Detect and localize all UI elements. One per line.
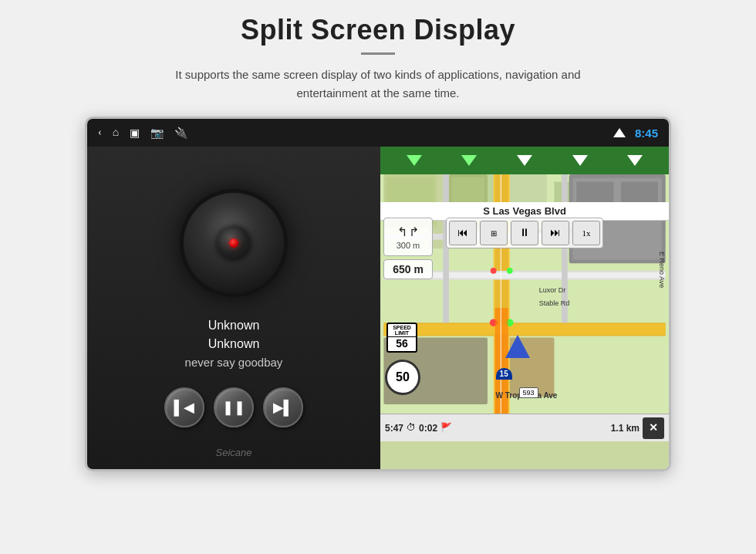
route-icon: 🚩 bbox=[440, 422, 452, 434]
map-label-reno: E Reno Ave bbox=[658, 252, 666, 288]
status-time: 8:45 bbox=[635, 127, 658, 140]
close-icon: ✕ bbox=[649, 421, 658, 434]
nav-overlay: ↰ ↱ 300 m 650 m bbox=[383, 218, 433, 279]
nav-bottom-bar: 5:47 ⏱ 0:02 🚩 1.1 km ✕ bbox=[380, 414, 669, 441]
map-prev-icon: ⏮ bbox=[457, 227, 468, 239]
prev-icon: ▌◀ bbox=[174, 400, 195, 414]
music-controls: ▌◀ ❚❚ ▶▌ bbox=[164, 387, 303, 427]
status-bar: ‹ ⌂ ▣ 📷 🔌 8:45 bbox=[87, 119, 669, 147]
map-label-stable: Stable Rd bbox=[539, 299, 570, 307]
nav-close-button[interactable]: ✕ bbox=[643, 417, 664, 439]
status-right: 8:45 bbox=[613, 127, 658, 140]
triangle-icon bbox=[613, 128, 626, 137]
speed-limit-value: 56 bbox=[388, 337, 416, 350]
nav-distance: 1.1 km bbox=[611, 423, 640, 434]
map-pause-button[interactable]: ⏸ bbox=[511, 221, 538, 245]
media-controls-overlay: ⏮ ⊞ ⏸ ⏭ 1x bbox=[446, 218, 603, 248]
map-menu-button[interactable]: ⊞ bbox=[480, 221, 508, 245]
page-title: Split Screen Display bbox=[241, 14, 515, 46]
photo-icon[interactable]: 📷 bbox=[150, 127, 164, 140]
usb-icon[interactable]: 🔌 bbox=[174, 127, 187, 140]
tropicana-badge: 593 bbox=[519, 387, 538, 398]
turn-left-icon: ↰ bbox=[397, 225, 407, 239]
back-icon[interactable]: ‹ bbox=[98, 127, 102, 139]
split-content: Unknown Unknown never say goodbay ▌◀ ❚❚ … bbox=[87, 147, 669, 469]
album-art-inner bbox=[217, 226, 251, 260]
speed-icon: 1x bbox=[582, 228, 591, 238]
map-speed-button[interactable]: 1x bbox=[572, 221, 600, 245]
page-container: Split Screen Display It supports the sam… bbox=[0, 0, 756, 554]
pause-icon: ❚❚ bbox=[222, 400, 245, 414]
svg-point-27 bbox=[491, 268, 497, 274]
svg-point-28 bbox=[507, 268, 513, 274]
nav-arrow-1 bbox=[407, 155, 422, 166]
map-next-icon: ⏭ bbox=[550, 227, 561, 239]
nav-arrow-4 bbox=[572, 155, 588, 166]
next-icon: ▶▌ bbox=[273, 400, 294, 414]
prev-button[interactable]: ▌◀ bbox=[164, 387, 204, 427]
home-icon[interactable]: ⌂ bbox=[113, 127, 119, 139]
nav-header bbox=[380, 147, 669, 174]
speed-limit-sign: SPEEDLIMIT 56 bbox=[386, 323, 417, 353]
song-artist: Unknown bbox=[185, 337, 283, 351]
song-name: never say goodbay bbox=[185, 356, 283, 369]
album-art bbox=[180, 189, 288, 297]
nav-panel: S Las Vegas Blvd ↰ ↱ 300 m 650 m bbox=[380, 147, 669, 469]
speed-circle: 50 bbox=[385, 360, 420, 395]
recent-icon[interactable]: ▣ bbox=[130, 127, 140, 140]
svg-rect-9 bbox=[383, 324, 665, 334]
interstate-badge: 15 bbox=[496, 368, 512, 380]
distance-label: 650 m bbox=[383, 259, 433, 279]
clock-icon: ⏱ bbox=[407, 422, 416, 434]
album-art-dot bbox=[229, 238, 238, 248]
nav-elapsed: 0:02 bbox=[419, 423, 437, 434]
nav-arrow-3 bbox=[517, 155, 532, 166]
speed-limit-label: SPEEDLIMIT bbox=[388, 324, 416, 337]
page-subtitle: It supports the same screen display of t… bbox=[162, 66, 594, 103]
music-panel: Unknown Unknown never say goodbay ▌◀ ❚❚ … bbox=[87, 147, 380, 469]
map-label-luxor: Luxor Dr bbox=[539, 286, 566, 294]
map-prev-button[interactable]: ⏮ bbox=[449, 221, 477, 245]
nav-arrow-5 bbox=[627, 155, 643, 166]
turn-arrows: ↰ ↱ bbox=[397, 225, 419, 239]
status-icons: ‹ ⌂ ▣ 📷 🔌 bbox=[98, 127, 187, 140]
next-button[interactable]: ▶▌ bbox=[263, 387, 303, 427]
nav-position-arrow bbox=[505, 335, 530, 358]
device-frame: ‹ ⌂ ▣ 📷 🔌 8:45 bbox=[85, 117, 671, 471]
watermark: Seicane bbox=[216, 447, 252, 458]
map-menu-icon: ⊞ bbox=[491, 229, 497, 238]
map-next-button[interactable]: ⏭ bbox=[542, 221, 569, 245]
svg-rect-13 bbox=[443, 174, 449, 323]
turn-right-icon: ↱ bbox=[409, 225, 419, 239]
turn-distance: 300 m bbox=[397, 241, 420, 250]
current-speed: 50 bbox=[396, 370, 410, 384]
song-title: Unknown bbox=[185, 319, 283, 333]
title-divider bbox=[361, 52, 395, 55]
nav-arrow-2 bbox=[461, 155, 477, 166]
turn-box: ↰ ↱ 300 m bbox=[383, 218, 433, 256]
play-pause-button[interactable]: ❚❚ bbox=[214, 387, 254, 427]
map-pause-icon: ⏸ bbox=[519, 227, 530, 239]
map-area: S Las Vegas Blvd ↰ ↱ 300 m 650 m bbox=[380, 174, 669, 441]
nav-time: 5:47 bbox=[385, 423, 403, 434]
song-info: Unknown Unknown never say goodbay bbox=[185, 319, 283, 369]
